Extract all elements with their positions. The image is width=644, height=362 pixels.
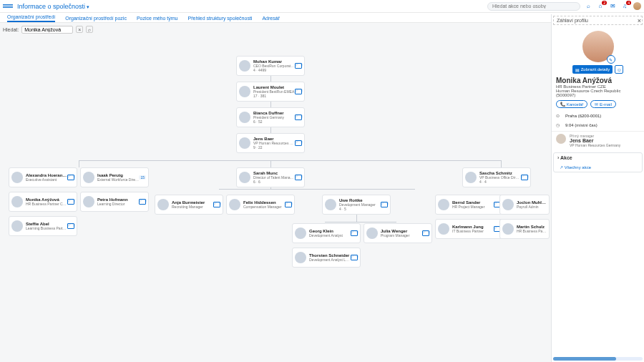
org-node[interactable]: Joclon MuhlfeldPayroll Admin	[499, 195, 550, 215]
org-node[interactable]: Mohan KumarCEO BestRun Corporation4 · 44…	[236, 56, 305, 76]
mail-icon[interactable]	[67, 223, 74, 229]
actions-accordion: Akce Všechny akce	[553, 152, 643, 172]
global-search-input[interactable]	[487, 2, 580, 11]
menu-icon[interactable]	[3, 4, 13, 8]
mail-icon[interactable]	[521, 175, 528, 180]
tab-positions[interactable]: Organizační prostředí pozic	[65, 16, 127, 22]
search-icon[interactable]: ⌕	[584, 2, 592, 11]
org-node[interactable]: Martin SchulzHR Business Partner	[499, 219, 550, 239]
email-button[interactable]: ✉ E-mail	[590, 100, 616, 108]
org-node[interactable]: Laurent MouletPresident BestRun EMEA17 ·…	[236, 82, 305, 102]
badge: 4	[626, 1, 631, 5]
avatar	[11, 196, 23, 207]
mail-icon[interactable]	[67, 199, 74, 205]
mail-icon[interactable]	[295, 175, 302, 180]
tab-directory[interactable]: Adresář	[262, 16, 280, 22]
tab-team[interactable]: Pozice mého týmu	[137, 16, 178, 22]
mail-icon[interactable]	[422, 230, 429, 236]
node-sub: 6 · 6	[253, 180, 295, 184]
accordion-header[interactable]: Akce	[554, 153, 642, 162]
mail-icon[interactable]	[213, 202, 220, 207]
avatar	[438, 223, 449, 235]
close-icon[interactable]: ×	[638, 17, 641, 24]
node-sub: 6 · 52	[253, 119, 295, 124]
mail-icon[interactable]	[295, 140, 302, 146]
node-role: Development Analyst	[309, 233, 351, 238]
search-button-icon[interactable]: ⌕	[86, 26, 93, 33]
org-node[interactable]: Felix HiddessenCompensation Manager	[226, 195, 295, 215]
mail-icon[interactable]	[285, 202, 292, 207]
org-node[interactable]: Isaak PenzigExternal Workforce Director1…	[80, 167, 149, 187]
org-node[interactable]: Bianca DuffnerPresident Germany6 · 52	[236, 107, 305, 127]
find-row: Hledat: × ⌕	[3, 24, 93, 34]
mail-icon[interactable]	[351, 230, 358, 236]
avatar	[11, 220, 23, 232]
camera-icon[interactable]: ✎	[607, 55, 615, 64]
chat-icon[interactable]: ✉	[608, 2, 617, 11]
office-button[interactable]: 📞 Kancelář	[556, 100, 587, 108]
avatar	[157, 199, 169, 210]
org-node[interactable]: Anja BurmeisterRecruiting Manager	[155, 195, 223, 215]
tab-org[interactable]: Organizační prostředí	[7, 14, 55, 22]
avatar	[11, 172, 23, 183]
tab-structure[interactable]: Přehled struktury společnosti	[188, 16, 253, 22]
mail-icon[interactable]	[351, 255, 358, 260]
avatar	[239, 172, 250, 183]
node-role: HR Business Partner CZE	[26, 202, 67, 206]
mail-icon[interactable]	[139, 199, 146, 205]
org-node[interactable]: Karlmann JungIT Business Partner	[435, 219, 504, 239]
org-canvas[interactable]: Mohan KumarCEO BestRun Corporation4 · 44…	[0, 36, 644, 362]
page-title-dropdown[interactable]: Informace o společnosti	[17, 3, 89, 10]
manager-avatar	[556, 134, 566, 144]
profile-user-icon[interactable]: ☺	[615, 65, 623, 74]
clear-icon[interactable]: ×	[76, 26, 83, 33]
node-sub: 17 · 381	[253, 94, 295, 98]
mail-icon[interactable]	[67, 175, 74, 180]
scrollbar[interactable]	[553, 357, 643, 361]
org-node[interactable]: Jens BaerVP Human Resources Germ.9 · 22	[236, 133, 305, 153]
org-node[interactable]: Georg KleinDevelopment Analyst	[292, 223, 361, 243]
node-role: HR Project Manager	[452, 205, 494, 209]
org-node[interactable]: Julia WengerProgram Manager	[364, 223, 432, 243]
avatar	[83, 196, 94, 207]
bell-icon[interactable]: ♫4	[620, 2, 629, 11]
org-node[interactable]: Uwe RottkeDevelopment Manager4 · 5	[322, 195, 391, 215]
org-node[interactable]: Sascha SchmitzVP Business Office Directo…	[462, 167, 531, 187]
node-role: Development Analyst Lead	[309, 258, 351, 262]
scroll-thumb[interactable]	[553, 357, 616, 361]
all-actions-link[interactable]: Všechny akce	[554, 162, 642, 172]
find-input[interactable]	[21, 26, 73, 34]
org-node[interactable]: Petra HofmannLearning Director	[80, 192, 149, 212]
org-node[interactable]: Bernd SanderHR Project Manager	[435, 195, 504, 215]
profile-name: Monika Anýžová	[552, 77, 644, 84]
org-node[interactable]: Monika AnýžováHR Business Partner CZE	[9, 192, 77, 212]
mail-icon[interactable]	[295, 114, 302, 120]
node-role: Recruiting Manager	[172, 205, 213, 209]
node-role: Learning Director	[97, 202, 139, 206]
show-details-button[interactable]: ▤Zobrazit detaily	[572, 65, 613, 74]
mail-icon[interactable]	[295, 63, 302, 69]
org-icon[interactable]: ⌂2	[596, 2, 605, 11]
location-text: Praha (6200-0001)	[565, 114, 601, 118]
avatar	[295, 252, 306, 263]
mail-icon[interactable]	[295, 89, 302, 94]
connector	[79, 160, 79, 167]
manager-name: Jens Baer	[570, 138, 620, 143]
node-role: HR Business Partner	[517, 229, 547, 233]
topbar: Informace o společnosti ⌕ ⌂2 ✉ ♫4	[0, 0, 644, 13]
org-node[interactable]: Sarah MuncDirector of Talent Managem.6 ·…	[236, 167, 305, 187]
connector	[79, 160, 501, 161]
connector	[270, 160, 271, 167]
org-node[interactable]: Alexandra HoerandelExecutive Assistant	[9, 167, 77, 187]
node-role: Learning Business Partner	[26, 226, 67, 230]
user-avatar[interactable]	[633, 2, 641, 10]
org-node[interactable]: Thorsten SchneiderDevelopment Analyst Le…	[292, 248, 361, 268]
node-role: Compensation Manager	[243, 205, 285, 209]
mail-icon[interactable]	[381, 202, 388, 207]
avatar	[239, 86, 250, 97]
find-label: Hledat:	[3, 27, 19, 32]
org-node[interactable]: Steffie AbelLearning Business Partner	[9, 216, 77, 236]
manager-block[interactable]: Přímý manager Jens Baer VP Human Resourc…	[552, 131, 644, 150]
label: Kancelář	[567, 102, 584, 107]
connector	[219, 189, 415, 190]
